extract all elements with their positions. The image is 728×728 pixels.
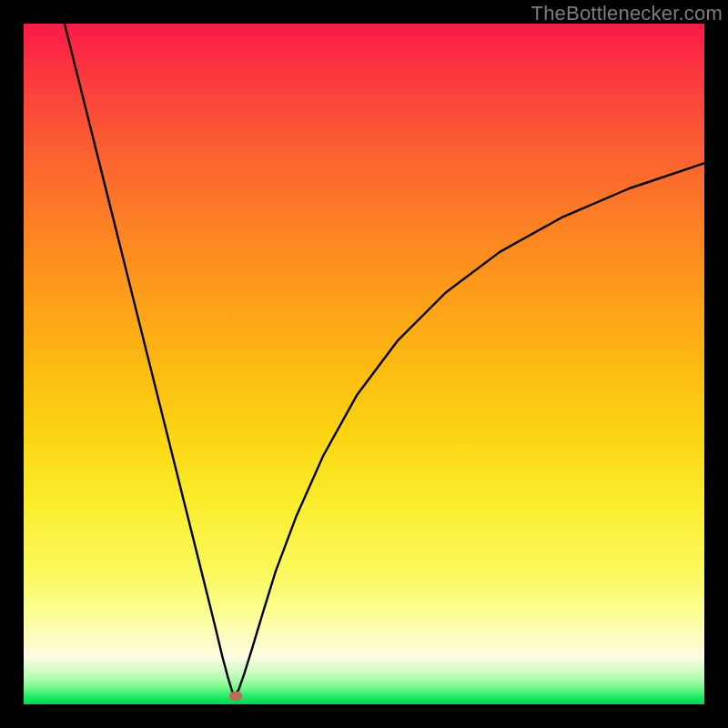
- watermark-text: TheBottlenecker.com: [531, 2, 723, 25]
- chart-frame: TheBottlenecker.com: [0, 0, 728, 728]
- curve-path: [65, 24, 704, 695]
- bottleneck-curve: [24, 24, 704, 704]
- min-point-marker: [229, 692, 242, 701]
